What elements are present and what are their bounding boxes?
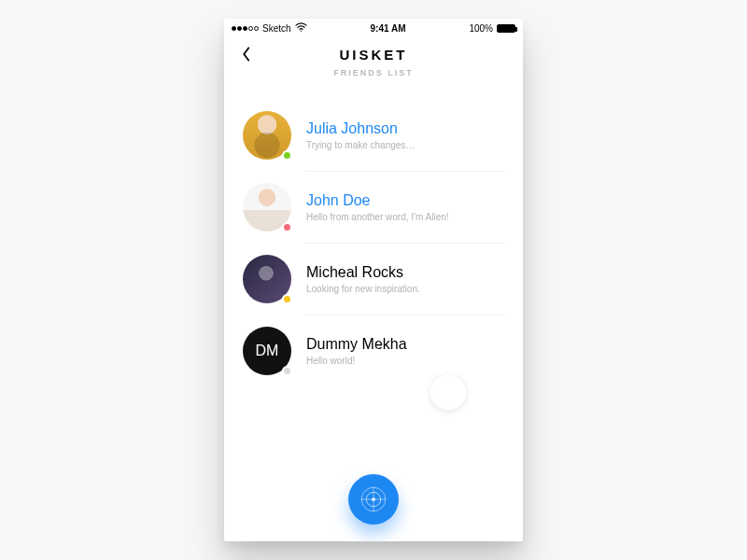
friend-name: Micheal Rocks xyxy=(306,264,504,281)
header: UISKET FRIENDS LIST xyxy=(224,37,523,83)
status-bar: Sketch 9:41 AM 100% xyxy=(224,19,523,37)
friend-row[interactable]: Julia Johnson Trying to make changes… xyxy=(243,100,504,171)
signal-dots-icon xyxy=(232,26,259,31)
wifi-icon xyxy=(295,22,307,34)
presence-indicator xyxy=(282,222,292,232)
friend-row[interactable]: DM Dummy Mekha Hello world! xyxy=(243,315,504,386)
avatar xyxy=(243,255,291,303)
friend-subtitle: Looking for new inspiration. xyxy=(306,284,504,294)
friend-name: Julia Johnson xyxy=(306,120,504,137)
avatar xyxy=(243,111,291,160)
app-screen: Sketch 9:41 AM 100% UISKET FRIENDS LIST … xyxy=(224,19,523,541)
discover-button[interactable] xyxy=(348,474,399,525)
friend-subtitle: Hello from another word, I'm Alien! xyxy=(306,212,504,222)
avatar: DM xyxy=(243,327,291,375)
friends-list: Julia Johnson Trying to make changes… Jo… xyxy=(224,83,523,541)
friend-subtitle: Hello world! xyxy=(306,356,504,366)
decorative-bubble xyxy=(430,373,467,411)
carrier-label: Sketch xyxy=(262,23,291,34)
radar-icon xyxy=(358,483,389,515)
presence-indicator xyxy=(282,150,292,161)
back-button[interactable] xyxy=(237,45,256,63)
avatar-initials: DM xyxy=(256,343,279,359)
clock-label: 9:41 AM xyxy=(371,23,406,34)
battery-icon xyxy=(497,24,515,33)
friend-row[interactable]: John Doe Hello from another word, I'm Al… xyxy=(243,172,504,243)
friend-row[interactable]: Micheal Rocks Looking for new inspiratio… xyxy=(243,244,504,315)
battery-pct-label: 100% xyxy=(469,23,493,34)
presence-indicator xyxy=(282,294,292,304)
presence-indicator xyxy=(282,366,292,376)
avatar xyxy=(243,183,291,231)
app-title: UISKET xyxy=(224,47,523,63)
chevron-left-icon xyxy=(241,46,252,63)
friend-name: John Doe xyxy=(306,192,504,209)
page-subtitle: FRIENDS LIST xyxy=(224,68,523,77)
friend-subtitle: Trying to make changes… xyxy=(306,140,504,150)
friend-name: Dummy Mekha xyxy=(306,336,504,353)
